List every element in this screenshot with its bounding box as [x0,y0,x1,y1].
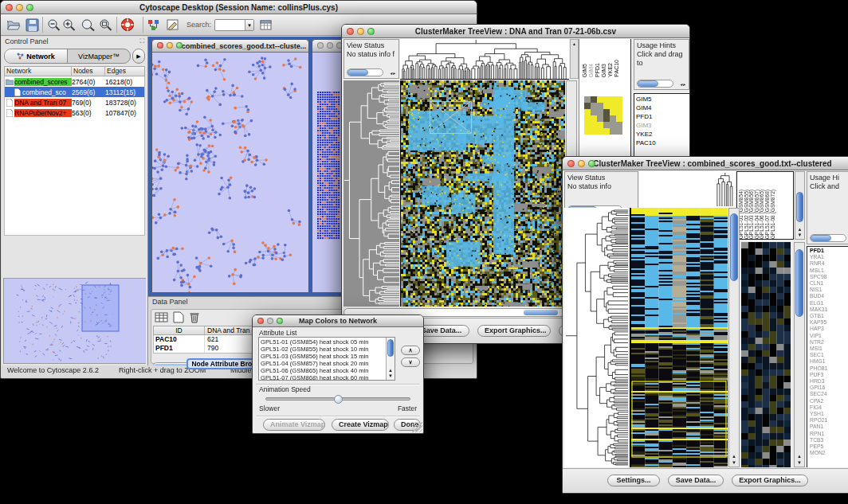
slider-thumb[interactable] [334,395,343,404]
row-dendrogram[interactable] [344,80,399,307]
animation-speed-slider[interactable] [265,397,410,400]
similarity-matrix[interactable] [584,96,622,135]
arrow-down-icon[interactable]: ▼ [729,460,739,466]
scroll-arrows-icon[interactable]: ◂▸ [680,80,686,89]
arrow-up-icon[interactable]: ▴ [571,41,578,47]
birds-eye-view[interactable] [3,278,146,364]
col-label[interactable]: GIM5 [582,64,587,77]
column-dendrogram[interactable] [639,171,735,208]
attribute-scrollbar[interactable]: ▲ ▼ [386,338,395,380]
col-id[interactable]: ID [154,326,205,334]
dialog-title-bar[interactable]: Map Colors to Network [253,315,423,327]
zoom-button[interactable] [176,42,183,49]
gene-label[interactable]: YKE2 [636,130,688,139]
gene-label-selected[interactable]: PFD1 [810,248,848,254]
col-label[interactable]: GIM3 [601,64,607,77]
label-vscrollbar[interactable]: ▲▼ [795,171,805,240]
annotation-button[interactable] [166,18,180,32]
arrow-up-icon[interactable]: ▲ [795,454,804,459]
zoom-button[interactable] [367,28,375,35]
zoom-heatmap-canvas[interactable] [741,242,791,467]
resize-grip[interactable] [412,422,422,432]
col-network[interactable]: Network [5,67,72,76]
scroll-arrows-icon[interactable]: ◂▸ [390,69,396,78]
search-input[interactable]: ▾ [214,19,254,31]
array-label[interactable]: GPL51-08 (GSM872) [771,189,776,239]
new-attribute-icon[interactable] [173,311,184,323]
gene-label[interactable]: GIM4 [636,104,688,112]
export-graphics-button[interactable]: Export Graphics... [732,475,808,486]
heatmap-canvas[interactable] [630,208,728,467]
zoom-in-button[interactable] [61,18,77,32]
col-label[interactable]: YKE2 [607,63,613,77]
minimize-button[interactable] [167,42,173,49]
heatmap-vscrollbar[interactable]: ▲▼ [728,208,740,467]
gene-label[interactable]: PFD1 [636,112,688,121]
main-title-bar[interactable]: Cytoscape Desktop (Session Name: collins… [1,1,477,14]
zoom-button[interactable] [26,4,33,11]
open-session-button[interactable] [6,18,21,32]
column-dendrogram[interactable] [400,39,569,80]
close-button[interactable] [317,42,324,49]
close-button[interactable] [257,318,264,324]
usage-hints-scrollbar[interactable]: ◂▸ [637,80,686,88]
col-edges[interactable]: Edges [105,67,144,76]
create-vizmap-button[interactable]: Create Vizmap [332,419,389,431]
zoom-fit-button[interactable] [98,18,113,32]
attribute-items[interactable]: GPL51-01 (GSM854) heat shock 05 min GPL5… [259,338,395,381]
col-label[interactable]: GIM4 [588,64,594,77]
gene-label[interactable]: GIM5 [636,95,688,104]
close-button[interactable] [6,4,13,11]
close-button[interactable] [157,42,163,49]
arrow-down-icon[interactable]: ▼ [795,460,804,466]
save-data-button[interactable]: Save Data... [668,475,724,486]
chevron-down-icon[interactable]: ▾ [245,20,253,30]
network-canvas[interactable] [152,53,308,292]
minimize-button[interactable] [357,28,364,35]
network-row-combined-sco-selected[interactable]: combined_sco 2569(6) 13112(15) [5,87,144,97]
treeview2-title-bar[interactable]: ClusterMaker TreeView : combined_scores_… [563,157,848,170]
arrow-down-icon[interactable]: ▼ [387,373,395,379]
import-table-button[interactable] [259,18,273,32]
zoom-out-button[interactable] [46,18,61,32]
move-down-button[interactable]: ∨ [401,357,420,367]
network-table-header[interactable]: Network Nodes Edges [4,66,145,76]
help-button[interactable] [120,18,135,32]
tab-vizmapper[interactable]: VizMapper™ [68,49,130,63]
minimize-button[interactable] [267,318,273,324]
network-row-rnapuber[interactable]: RNAPuberNov2+ 563(0) 107847(0) [5,107,144,118]
birds-eye-canvas[interactable] [4,279,146,363]
attribute-list[interactable]: GPL51-01 (GSM854) heat shock 05 min GPL5… [258,337,395,381]
arrow-up-icon[interactable]: ▲ [387,368,395,373]
arrow-down-icon[interactable]: ▼ [795,232,804,238]
view-status-scrollbar[interactable]: ◂▸ [347,68,396,76]
close-button[interactable] [347,28,354,35]
heatmap-canvas[interactable] [400,80,565,307]
save-session-button[interactable] [26,18,39,32]
network-row-dna-tran[interactable]: DNA and Tran 07 769(0) 183728(0) [5,97,144,107]
attribute-select-icon[interactable] [155,311,168,323]
close-button[interactable] [567,160,575,167]
float-panel-icon[interactable]: ⛶ [139,37,144,45]
minimize-button[interactable] [16,4,23,11]
treeview1-title-bar[interactable]: ClusterMaker TreeView : DNA and Tran 07-… [342,25,689,38]
animate-vizmap-button[interactable]: Animate Vizmap [263,419,325,431]
gene-label[interactable]: GIM3 [636,121,688,130]
gene-label[interactable]: PAC10 [636,139,688,147]
gene-labels[interactable]: YRA1 RNR4 MSL1 SPC98 CLN1 NIS1 BUD4 ELG1… [810,254,848,456]
delete-attribute-icon[interactable] [189,311,200,323]
zoom-vscrollbar[interactable]: ▲▼ [794,242,805,467]
usage-hints-scrollbar[interactable]: ◂▸ [810,234,848,242]
zoom-button[interactable] [588,160,595,167]
tab-network[interactable]: Network [5,49,68,63]
minimize-button[interactable] [578,160,585,167]
minimize-button[interactable] [327,42,333,49]
export-graphics-button[interactable]: Export Graphics... [477,325,551,337]
arrow-up-icon[interactable]: ▲ [729,454,739,459]
gene-list[interactable]: PFD1 YRA1 RNR4 MSL1 SPC98 CLN1 NIS1 BUD4… [807,246,848,467]
row-dendrogram[interactable] [564,208,628,467]
col-nodes[interactable]: Nodes [72,67,105,76]
network-row-combined-scores[interactable]: combined_scores 2764(0) 16218(0) [5,76,144,87]
move-up-button[interactable]: ∧ [401,346,420,355]
vizmapper-icon-button[interactable] [147,18,160,32]
